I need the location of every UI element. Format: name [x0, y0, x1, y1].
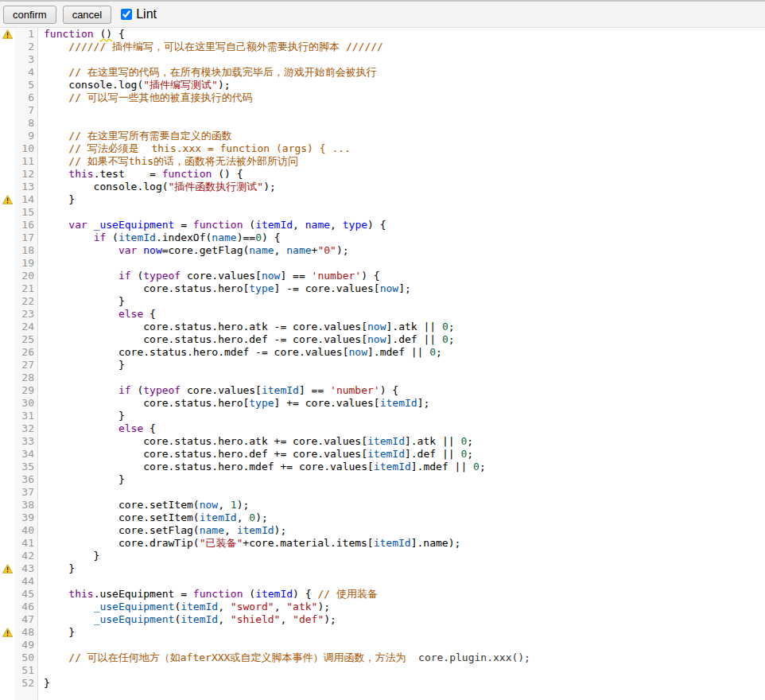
code-line[interactable]: 48 }	[0, 626, 765, 639]
gutter-marker	[0, 219, 14, 231]
code-text: // 写法必须是 this.xxx = function (args) { ..…	[38, 142, 351, 155]
line-number: 2	[14, 41, 38, 53]
warning-marker	[0, 193, 14, 206]
code-line[interactable]: 22 }	[0, 295, 765, 308]
gutter-marker	[0, 257, 14, 270]
code-line[interactable]: 52}	[0, 677, 765, 690]
code-text: this.useEquipment = function (itemId) { …	[38, 588, 378, 601]
line-number: 19	[14, 257, 38, 270]
line-number: 32	[14, 422, 38, 435]
code-line[interactable]: 44	[0, 575, 765, 588]
code-line[interactable]: 35 core.status.hero.mdef += core.values[…	[0, 461, 765, 473]
code-line[interactable]: 34 core.status.hero.def += core.values[i…	[0, 448, 765, 461]
code-line[interactable]: 25 core.status.hero.def -= core.values[n…	[0, 333, 765, 346]
code-line[interactable]: 36 }	[0, 473, 765, 486]
code-line[interactable]: 18 var now=core.getFlag(name, name+"0");	[0, 244, 765, 257]
code-line[interactable]: 23 else {	[0, 308, 765, 321]
line-number: 27	[14, 359, 38, 371]
code-line[interactable]: 46 _useEquipment(itemId, "sword", "atk")…	[0, 601, 765, 613]
code-line[interactable]: 17 if (itemId.indexOf(name)==0) {	[0, 231, 765, 244]
code-text: }	[38, 473, 125, 486]
code-text	[38, 664, 44, 677]
warning-marker	[0, 562, 14, 575]
code-text	[38, 117, 44, 130]
gutter-marker	[0, 524, 14, 537]
code-line[interactable]: 40 core.setFlag(name, itemId);	[0, 524, 765, 537]
code-line[interactable]: 13 console.log("插件函数执行测试");	[0, 181, 765, 193]
line-number: 47	[14, 613, 38, 626]
warning-marker	[0, 28, 14, 41]
code-line[interactable]: 31 }	[0, 410, 765, 422]
line-number: 28	[14, 371, 38, 384]
code-text: }	[38, 193, 75, 206]
lint-checkbox[interactable]	[121, 9, 132, 20]
code-line[interactable]: 47 _useEquipment(itemId, "shield", "def"…	[0, 613, 765, 626]
code-line[interactable]: 49	[0, 639, 765, 651]
code-text	[38, 257, 44, 270]
code-line[interactable]: 51	[0, 664, 765, 677]
gutter-marker	[0, 244, 14, 257]
code-line[interactable]: 45 this.useEquipment = function (itemId)…	[0, 588, 765, 601]
code-editor[interactable]: 1function () {2 ////// 插件编写，可以在这里写自己额外需要…	[0, 28, 765, 700]
code-line[interactable]: 10 // 写法必须是 this.xxx = function (args) {…	[0, 142, 765, 155]
gutter-marker	[0, 79, 14, 91]
code-line[interactable]: 24 core.status.hero.atk -= core.values[n…	[0, 321, 765, 333]
gutter-marker	[0, 486, 14, 499]
code-text	[38, 575, 44, 588]
line-number: 40	[14, 524, 38, 537]
cancel-button[interactable]: cancel	[63, 6, 112, 24]
code-line[interactable]: 14 }	[0, 193, 765, 206]
code-line[interactable]: 20 if (typeof core.values[now] == 'numbe…	[0, 270, 765, 282]
code-line[interactable]: 41 core.drawTip("已装备"+core.material.item…	[0, 537, 765, 550]
code-line[interactable]: 26 core.status.hero.mdef -= core.values[…	[0, 346, 765, 359]
code-line[interactable]: 1function () {	[0, 28, 765, 41]
gutter-marker	[0, 664, 14, 677]
code-line[interactable]: 8	[0, 117, 765, 130]
line-number: 1	[14, 28, 38, 41]
code-line[interactable]: 9 // 在这里写所有需要自定义的函数	[0, 130, 765, 142]
code-text: core.drawTip("已装备"+core.material.items[i…	[38, 537, 460, 550]
code-line[interactable]: 21 core.status.hero[type] -= core.values…	[0, 282, 765, 295]
code-line[interactable]: 42 }	[0, 550, 765, 562]
code-text: console.log("插件编写测试");	[38, 79, 231, 91]
code-line[interactable]: 38 core.setItem(now, 1);	[0, 499, 765, 511]
gutter-marker	[0, 511, 14, 524]
gutter-marker	[0, 371, 14, 384]
code-text	[38, 371, 44, 384]
code-text: console.log("插件函数执行测试");	[38, 181, 276, 193]
code-line[interactable]: 28	[0, 371, 765, 384]
warning-icon	[2, 564, 13, 574]
code-line[interactable]: 27 }	[0, 359, 765, 371]
code-line[interactable]: 15	[0, 206, 765, 219]
line-number: 11	[14, 155, 38, 168]
code-line[interactable]: 50 // 可以在任何地方（如afterXXX或自定义脚本事件）调用函数，方法为…	[0, 651, 765, 664]
code-line[interactable]: 2 ////// 插件编写，可以在这里写自己额外需要执行的脚本 //////	[0, 41, 765, 53]
code-text: }	[38, 359, 125, 371]
code-line[interactable]: 19	[0, 257, 765, 270]
confirm-button[interactable]: confirm	[3, 6, 56, 24]
code-text: }	[38, 295, 125, 308]
code-line[interactable]: 39 core.setItem(itemId, 0);	[0, 511, 765, 524]
code-text: core.status.hero.mdef -= core.values[now…	[38, 346, 442, 359]
code-line[interactable]: 32 else {	[0, 422, 765, 435]
code-line[interactable]: 30 core.status.hero[type] += core.values…	[0, 397, 765, 410]
code-line[interactable]: 12 this.test = function () {	[0, 168, 765, 181]
code-line[interactable]: 5 console.log("插件编写测试");	[0, 79, 765, 91]
gutter-marker	[0, 677, 14, 690]
code-line[interactable]: 29 if (typeof core.values[itemId] == 'nu…	[0, 384, 765, 397]
code-text	[38, 104, 44, 117]
code-line[interactable]: 43 }	[0, 562, 765, 575]
code-line[interactable]: 3	[0, 53, 765, 66]
code-line[interactable]: 33 core.status.hero.atk += core.values[i…	[0, 435, 765, 448]
code-line[interactable]: 7	[0, 104, 765, 117]
code-line[interactable]: 37	[0, 486, 765, 499]
code-line[interactable]: 6 // 可以写一些其他的被直接执行的代码	[0, 91, 765, 104]
code-text: }	[38, 550, 99, 562]
code-line[interactable]: 16 var _useEquipment = function (itemId,…	[0, 219, 765, 231]
line-number: 13	[14, 181, 38, 193]
gutter-marker	[0, 346, 14, 359]
code-line[interactable]: 11 // 如果不写this的话，函数将无法被外部所访问	[0, 155, 765, 168]
line-number: 12	[14, 168, 38, 181]
gutter-marker	[0, 282, 14, 295]
code-line[interactable]: 4 // 在这里写的代码，在所有模块加载完毕后，游戏开始前会被执行	[0, 66, 765, 79]
